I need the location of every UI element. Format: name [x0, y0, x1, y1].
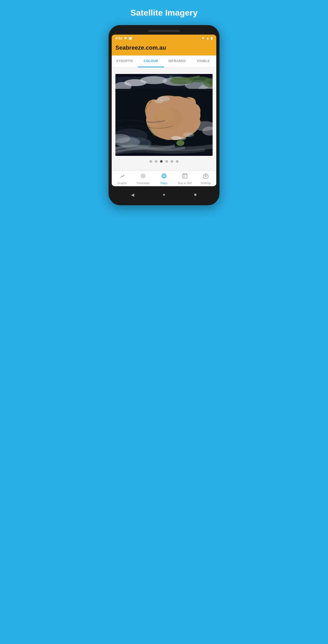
nav-graphs[interactable]: Graphs	[112, 173, 133, 185]
android-nav-bar: ◀ ● ■	[112, 187, 216, 200]
svg-point-30	[142, 175, 144, 177]
sim-icon: ▣	[129, 36, 132, 40]
tab-visible[interactable]: VISIBLE	[190, 55, 216, 67]
dot-1[interactable]	[149, 160, 152, 163]
status-right: ▼ ▲ ▮	[201, 36, 213, 40]
tab-colour[interactable]: COLOUR	[138, 55, 164, 67]
forecasts-label: Forecasts	[137, 181, 149, 185]
nav-forecasts[interactable]: Forecasts	[133, 173, 153, 185]
svg-point-25	[179, 137, 186, 140]
back-button[interactable]: ◀	[129, 191, 136, 198]
nav-maps[interactable]: Maps	[153, 173, 174, 185]
bottom-nav: Graphs Forecasts	[112, 171, 216, 186]
content-area	[112, 68, 216, 171]
buy-sell-label: Buy & Sell	[178, 181, 192, 185]
buy-sell-icon	[182, 173, 188, 180]
forecasts-icon	[140, 173, 146, 180]
graphs-label: Graphs	[118, 181, 127, 185]
svg-point-28	[183, 133, 194, 137]
graphs-icon	[119, 173, 125, 180]
status-bar: 4:52 ⚙ ▣ ▼ ▲ ▮	[112, 35, 216, 42]
svg-point-21	[176, 140, 184, 146]
recents-button[interactable]: ■	[192, 191, 199, 198]
phone-notch	[148, 30, 180, 32]
signal-icon: ▲	[206, 36, 209, 40]
svg-line-37	[144, 174, 145, 175]
pagination-dots	[149, 156, 179, 165]
battery-icon: ▮	[211, 36, 213, 40]
wifi-icon: ▼	[201, 36, 205, 40]
phone-screen: 4:52 ⚙ ▣ ▼ ▲ ▮ Seabreeze.com.au SYNOPTIC…	[112, 35, 216, 186]
svg-line-38	[141, 177, 142, 178]
dot-5[interactable]	[171, 160, 173, 163]
home-button[interactable]: ●	[160, 191, 168, 198]
svg-line-36	[144, 177, 145, 178]
svg-point-45	[184, 176, 185, 177]
satellite-image	[115, 74, 213, 156]
maps-label: Maps	[161, 181, 168, 185]
nav-settings[interactable]: Settings	[195, 173, 216, 185]
time-display: 4:52	[115, 36, 122, 40]
settings-nav-label: Settings	[201, 181, 211, 185]
nav-buy-sell[interactable]: Buy & Sell	[175, 173, 195, 185]
page-title: Satellite Imagery	[130, 8, 198, 18]
app-bar: Seabreeze.com.au	[112, 42, 216, 55]
svg-point-23	[156, 108, 174, 122]
tab-infrared[interactable]: INFRARED	[164, 55, 190, 67]
phone-frame: 4:52 ⚙ ▣ ▼ ▲ ▮ Seabreeze.com.au SYNOPTIC…	[109, 25, 219, 205]
svg-point-46	[205, 175, 207, 177]
tab-bar: SYNOPTIC COLOUR INFRARED VISIBLE	[112, 55, 216, 68]
settings-nav-icon	[203, 173, 209, 180]
dot-3[interactable]	[160, 160, 163, 163]
status-left: 4:52 ⚙ ▣	[115, 36, 132, 40]
tab-synoptic[interactable]: SYNOPTIC	[112, 55, 138, 67]
dot-4[interactable]	[165, 160, 168, 163]
maps-icon	[161, 173, 167, 180]
dot-2[interactable]	[155, 160, 157, 163]
dot-6[interactable]	[176, 160, 179, 163]
svg-point-27	[154, 99, 163, 103]
svg-line-35	[141, 174, 142, 175]
app-title: Seabreeze.com.au	[115, 44, 213, 51]
settings-status-icon: ⚙	[124, 36, 127, 40]
